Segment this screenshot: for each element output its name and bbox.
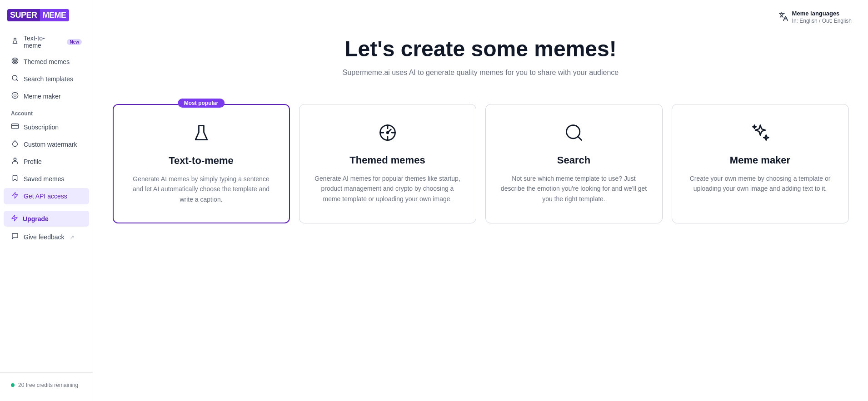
sidebar-label-meme-maker: Meme maker — [24, 93, 61, 100]
sidebar-item-search-templates[interactable]: Search templates — [4, 71, 89, 87]
target-icon — [11, 57, 19, 66]
sidebar-item-subscription[interactable]: Subscription — [4, 119, 89, 135]
hero-section: Let's create some memes! Supermeme.ai us… — [93, 0, 868, 95]
card-themed-memes[interactable]: Themed memes Generate AI memes for popul… — [299, 104, 476, 223]
card-title-meme-maker: Meme maker — [730, 154, 790, 166]
sidebar-item-themed-memes[interactable]: Themed memes — [4, 54, 89, 70]
logo[interactable]: SUPER MEME — [7, 9, 85, 21]
card-icon-meme-maker — [750, 123, 770, 145]
card-desc-search: Not sure which meme template to use? Jus… — [499, 173, 649, 204]
svg-rect-8 — [12, 124, 19, 129]
credits-text: 20 free credits remaining — [18, 382, 78, 388]
sidebar: SUPER MEME Text-to-meme New Themed memes… — [0, 0, 93, 401]
svg-point-1 — [13, 59, 17, 63]
droplet-icon — [11, 140, 19, 149]
search-icon — [11, 74, 19, 84]
sidebar-label-saved-memes: Saved memes — [24, 175, 64, 183]
credits-label: 20 free credits remaining — [0, 378, 93, 392]
language-selector[interactable]: Meme languages In: English / Out: Englis… — [773, 7, 857, 27]
card-title-themed-memes: Themed memes — [349, 154, 425, 166]
smile-icon — [11, 92, 19, 101]
message-icon — [11, 233, 19, 242]
card-text-to-meme[interactable]: Most popular Text-to-meme Generate AI me… — [113, 104, 290, 223]
sidebar-item-meme-maker[interactable]: Meme maker — [4, 88, 89, 104]
card-desc-text-to-meme: Generate AI memes by simply typing a sen… — [127, 174, 275, 204]
sidebar-item-profile[interactable]: Profile — [4, 153, 89, 170]
sidebar-label-themed-memes: Themed memes — [24, 58, 70, 65]
sidebar-label-give-feedback: Give feedback — [24, 233, 65, 241]
logo-meme: MEME — [40, 9, 69, 21]
new-badge: New — [67, 39, 82, 45]
main-content: Meme languages In: English / Out: Englis… — [93, 0, 868, 401]
sidebar-bottom: 20 free credits remaining — [0, 372, 93, 396]
sidebar-label-subscription: Subscription — [24, 124, 59, 131]
card-search[interactable]: Search Not sure which meme template to u… — [485, 104, 663, 223]
lang-text-block: Meme languages In: English / Out: Englis… — [792, 10, 852, 25]
svg-point-2 — [15, 60, 16, 62]
translate-icon — [778, 11, 788, 24]
card-icon-themed-memes — [378, 123, 398, 145]
card-desc-meme-maker: Create your own meme by choosing a templ… — [686, 173, 835, 194]
card-icon-text-to-meme — [191, 123, 211, 146]
upgrade-label: Upgrade — [23, 215, 49, 223]
card-meme-maker[interactable]: Meme maker Create your own meme by choos… — [672, 104, 849, 223]
sidebar-label-text-to-meme: Text-to-meme — [24, 35, 60, 49]
popular-badge: Most popular — [178, 99, 224, 108]
svg-line-21 — [578, 137, 581, 140]
svg-point-5 — [12, 92, 18, 98]
account-section-label: Account — [0, 105, 93, 119]
credit-card-icon — [11, 123, 19, 132]
credits-dot — [11, 383, 15, 387]
card-icon-search — [564, 123, 584, 145]
user-icon — [11, 157, 19, 166]
card-desc-themed-memes: Generate AI memes for popular themes lik… — [313, 173, 462, 204]
sidebar-label-custom-watermark: Custom watermark — [24, 141, 77, 148]
sidebar-item-custom-watermark[interactable]: Custom watermark — [4, 136, 89, 153]
svg-marker-11 — [12, 192, 18, 198]
cards-container: Most popular Text-to-meme Generate AI me… — [95, 95, 867, 242]
logo-area: SUPER MEME — [0, 5, 93, 30]
external-link-icon: ↗ — [70, 234, 74, 240]
card-title-search: Search — [557, 154, 590, 166]
sidebar-item-get-api-access[interactable]: Get API access — [4, 188, 89, 204]
sidebar-item-give-feedback[interactable]: Give feedback ↗ — [4, 229, 89, 245]
flask-icon — [11, 37, 19, 46]
sidebar-label-get-api-access: Get API access — [24, 193, 67, 200]
card-title-text-to-meme: Text-to-meme — [169, 155, 234, 167]
svg-point-10 — [14, 158, 16, 160]
sidebar-item-text-to-meme[interactable]: Text-to-meme New — [4, 31, 89, 53]
bookmark-icon — [11, 174, 19, 183]
zap-icon — [11, 192, 19, 201]
lang-title: Meme languages — [792, 10, 852, 18]
svg-line-19 — [388, 129, 391, 133]
lang-subtitle: In: English / Out: English — [792, 18, 852, 25]
top-bar: Meme languages In: English / Out: Englis… — [773, 7, 857, 27]
svg-marker-12 — [12, 215, 17, 221]
hero-title: Let's create some memes! — [111, 36, 850, 61]
hero-subtitle: Supermeme.ai uses AI to generate quality… — [111, 69, 850, 77]
upgrade-zap-icon — [11, 214, 18, 223]
sidebar-item-saved-memes[interactable]: Saved memes — [4, 171, 89, 187]
sidebar-label-search-templates: Search templates — [24, 75, 73, 83]
sidebar-label-profile: Profile — [24, 158, 42, 165]
svg-line-4 — [16, 79, 18, 81]
upgrade-button[interactable]: Upgrade — [4, 211, 89, 227]
logo-super: SUPER — [7, 9, 40, 21]
